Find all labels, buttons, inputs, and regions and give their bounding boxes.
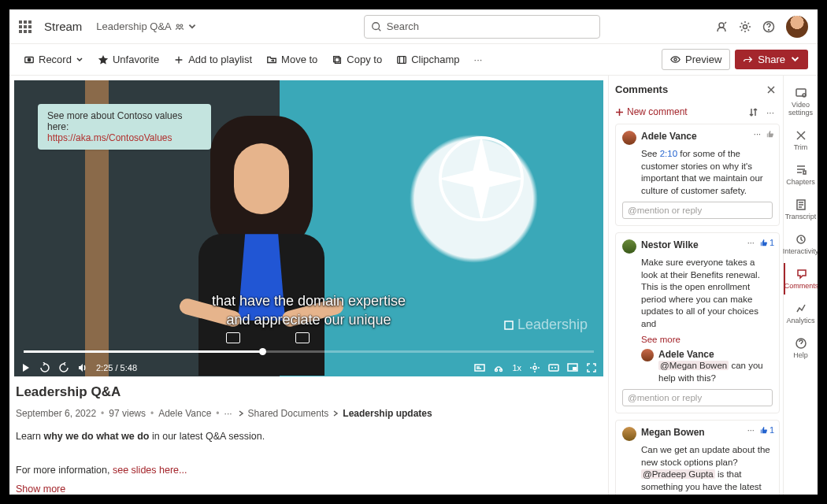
meta-more-button[interactable]: ··· <box>224 408 232 419</box>
reply-body: @Megan Bowen can you help with this? <box>658 360 773 384</box>
comment-card: Adele Vance ··· See 2:10 for some of the… <box>615 124 780 226</box>
rail-item-transcript[interactable]: Transcript <box>784 194 818 225</box>
rail-item-video-settings[interactable]: Video settings <box>784 82 818 121</box>
user-avatar[interactable] <box>786 16 808 38</box>
document-title-crumb[interactable]: Leadership Q&A <box>96 20 196 32</box>
new-comment-button[interactable]: New comment <box>615 106 688 117</box>
svg-rect-14 <box>505 321 513 329</box>
close-icon[interactable] <box>766 84 777 95</box>
search-placeholder: Search <box>387 20 419 32</box>
rail-item-comments[interactable]: Comments <box>784 263 818 295</box>
comment-avatar <box>622 131 636 145</box>
comment-avatar <box>622 427 636 441</box>
video-callout[interactable]: See more about Contoso values here: http… <box>38 104 211 150</box>
rail-label: Video settings <box>784 101 818 117</box>
rail-label: Transcript <box>785 213 817 220</box>
help-icon <box>795 337 807 350</box>
preview-button[interactable]: Preview <box>662 49 730 70</box>
help-icon[interactable] <box>762 20 775 33</box>
settings-icon[interactable] <box>739 20 751 33</box>
pip-button[interactable] <box>567 362 578 373</box>
comment-reply: Adele Vance@Megan Bowen can you help wit… <box>641 349 773 384</box>
reply-input[interactable]: @mention or reply <box>622 202 773 219</box>
volume-button[interactable] <box>77 362 88 373</box>
search-icon <box>371 21 382 32</box>
sort-icon[interactable] <box>748 107 758 117</box>
comment-like-button[interactable]: 1 <box>759 425 774 435</box>
rewind-10-button[interactable] <box>39 362 50 373</box>
show-more-button[interactable]: Show more <box>16 484 602 495</box>
comment-like-button[interactable] <box>766 130 774 139</box>
progress-bar[interactable] <box>24 350 594 353</box>
rail-item-chapters[interactable]: Chapters <box>784 159 818 191</box>
svg-point-17 <box>500 369 503 372</box>
transcript-toggle[interactable] <box>474 362 485 373</box>
svg-point-2 <box>373 22 380 29</box>
clipchamp-button[interactable]: Clipchamp <box>391 50 464 69</box>
audio-settings-button[interactable] <box>493 362 504 373</box>
playback-speed[interactable]: 1x <box>512 363 521 372</box>
right-rail: Video settingsTrimChaptersTranscriptInte… <box>783 76 818 495</box>
slides-link[interactable]: see slides here... <box>113 465 187 476</box>
trim-icon <box>795 129 807 142</box>
watermark-label: Leadership <box>517 317 588 333</box>
unfavorite-label: Unfavorite <box>113 54 159 65</box>
comment-more-button[interactable]: ··· <box>747 425 755 435</box>
clipchamp-icon <box>396 54 407 65</box>
fullscreen-button[interactable] <box>586 362 597 373</box>
star-icon <box>98 54 109 65</box>
quality-settings-button[interactable] <box>529 362 540 373</box>
chevron-down-icon <box>187 22 197 32</box>
comment-author: Nestor Wilke <box>641 239 699 250</box>
app-launcher-icon[interactable] <box>19 20 32 33</box>
comment-see-more[interactable]: See more <box>641 335 773 344</box>
comment-more-button[interactable]: ··· <box>747 238 755 247</box>
rail-item-help[interactable]: Help <box>784 332 818 364</box>
comment-body: See 2:10 for some of the customer storie… <box>641 148 773 197</box>
comments-icon <box>795 268 808 280</box>
record-button[interactable]: Record <box>19 50 88 69</box>
video-watermark: Leadership <box>503 317 588 333</box>
breadcrumb[interactable]: Shared Documents Leadership updates <box>237 408 432 419</box>
record-icon <box>24 54 35 65</box>
callout-link[interactable]: https://aka.ms/ContosoValues <box>47 132 172 143</box>
breadcrumb-item[interactable]: Shared Documents <box>248 408 329 419</box>
search-input[interactable]: Search <box>364 15 600 39</box>
play-button[interactable] <box>20 362 32 373</box>
people-icon <box>175 22 184 32</box>
video-description: Learn why we do what we do in our latest… <box>16 428 602 479</box>
comment-card: Nestor Wilke ··· 1 Make sure everyone ta… <box>615 232 780 413</box>
eye-icon <box>670 54 681 65</box>
move-to-button[interactable]: Move to <box>261 50 322 69</box>
reply-input[interactable]: @mention or reply <box>622 389 773 406</box>
add-playlist-label: Add to playlist <box>188 54 252 65</box>
more-commands-button[interactable]: ··· <box>469 50 488 69</box>
meta-date: September 6, 2022 <box>16 408 96 419</box>
caption-line2: and appreciate our unique <box>212 311 406 329</box>
share-label: Share <box>758 54 785 65</box>
chevron-right-icon <box>237 410 245 417</box>
clipchamp-label: Clipchamp <box>411 54 459 65</box>
plus-icon <box>173 54 184 65</box>
rail-item-trim[interactable]: Trim <box>784 124 818 156</box>
copy-to-label: Copy to <box>347 54 382 65</box>
comment-more-button[interactable]: ··· <box>754 129 761 139</box>
comment-like-button[interactable]: 1 <box>759 238 774 247</box>
rail-item-interactivity[interactable]: Interactivity <box>784 228 818 260</box>
video-player[interactable]: See more about Contoso values here: http… <box>14 80 603 376</box>
svg-point-6 <box>769 29 770 30</box>
time-display: 2:25 / 5:48 <box>96 363 137 372</box>
svg-point-1 <box>180 24 183 27</box>
forward-10-button[interactable] <box>58 362 69 373</box>
captions-button[interactable] <box>548 362 559 373</box>
add-to-playlist-button[interactable]: Add to playlist <box>169 50 257 69</box>
reply-avatar <box>641 349 654 361</box>
copy-to-button[interactable]: Copy to <box>327 50 387 69</box>
rail-item-analytics[interactable]: Analytics <box>784 298 818 329</box>
chevron-right-icon <box>332 410 339 417</box>
unfavorite-button[interactable]: Unfavorite <box>93 50 164 69</box>
svg-rect-15 <box>475 365 484 371</box>
share-button[interactable]: Share <box>735 50 808 69</box>
feed-icon[interactable] <box>715 20 728 33</box>
comment-more-button[interactable]: ··· <box>766 107 777 117</box>
